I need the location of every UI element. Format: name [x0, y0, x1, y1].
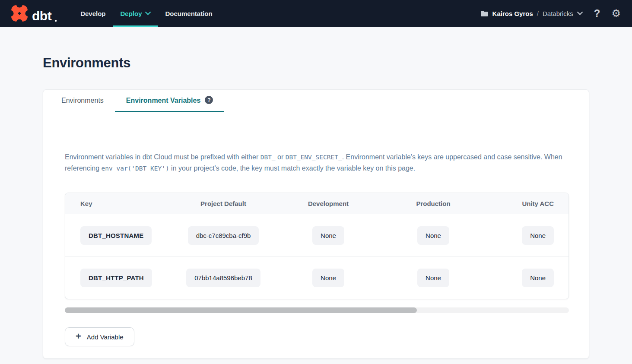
env-value-chip[interactable]: None — [312, 226, 344, 245]
table-row: DBT_HOSTNAME dbc-c7c89cba-cf9b None None… — [65, 214, 568, 256]
chevron-down-icon — [577, 12, 583, 15]
cell-development: None — [276, 269, 381, 287]
column-header-unity-acc: Unity ACC — [486, 200, 568, 207]
top-nav: dbt Develop Deploy Documentation Kairos … — [0, 0, 632, 27]
nav-item-documentation[interactable]: Documentation — [158, 0, 220, 27]
env-value-chip[interactable]: None — [522, 269, 554, 287]
nav-item-label: Documentation — [165, 10, 213, 17]
cell-unity-acc: None — [486, 269, 568, 287]
plus-icon: + — [76, 332, 81, 341]
code-token: env_var('DBT_KEY') — [102, 165, 169, 172]
horizontal-scrollbar[interactable] — [65, 307, 569, 313]
chevron-down-icon — [145, 12, 151, 15]
nav-item-label: Deploy — [121, 10, 142, 17]
add-variable-label: Add Variable — [87, 333, 124, 341]
page-title: Environments — [43, 55, 632, 71]
env-value-chip[interactable]: None — [417, 269, 449, 287]
tab-environment-variables[interactable]: Environment Variables ? — [115, 90, 225, 112]
nav-item-deploy[interactable]: Deploy — [113, 0, 158, 27]
cell-development: None — [276, 226, 381, 245]
env-key-chip[interactable]: DBT_HOSTNAME — [80, 226, 152, 245]
project-name: Databricks — [543, 10, 573, 17]
scrollbar-thumb[interactable] — [65, 307, 417, 313]
description-segment: in your project's code, the key must mat… — [169, 165, 416, 172]
table-row: DBT_HTTP_PATH 07bb14a8596beb78 None None… — [65, 256, 568, 299]
cell-key: DBT_HOSTNAME — [65, 226, 171, 245]
tab-bar: Environments Environment Variables ? — [43, 90, 589, 112]
account-name: Kairos Gyros — [492, 10, 533, 17]
column-header-production: Production — [381, 200, 486, 207]
env-var-table: Key Project Default Development Producti… — [65, 193, 569, 299]
gear-icon[interactable]: ⚙ — [611, 8, 621, 19]
description-segment: Environment variables in dbt Cloud must … — [65, 153, 260, 161]
help-icon[interactable]: ? — [594, 8, 600, 19]
cell-project-default: dbc-c7c89cba-cf9b — [171, 226, 276, 245]
nav-item-label: Develop — [80, 10, 105, 17]
project-switcher[interactable]: Kairos Gyros / Databricks — [480, 10, 583, 17]
column-header-development: Development — [276, 200, 381, 207]
dbt-logo-icon — [10, 4, 29, 22]
tab-content: Environment variables in dbt Cloud must … — [43, 152, 589, 346]
brand-text: dbt — [32, 9, 51, 22]
breadcrumb-separator: / — [537, 10, 539, 17]
code-token: DBT_ — [260, 154, 276, 161]
description-text: Environment variables in dbt Cloud must … — [65, 152, 568, 174]
tab-label: Environment Variables — [126, 97, 201, 104]
folder-icon — [480, 10, 489, 17]
env-key-chip[interactable]: DBT_HTTP_PATH — [80, 269, 152, 287]
column-header-project-default: Project Default — [171, 200, 276, 207]
tab-environments[interactable]: Environments — [50, 90, 115, 112]
tab-label: Environments — [61, 97, 104, 104]
cell-production: None — [381, 226, 486, 245]
brand-dot — [55, 20, 57, 22]
env-value-chip[interactable]: 07bb14a8596beb78 — [186, 269, 260, 287]
env-value-chip[interactable]: None — [522, 226, 554, 245]
env-value-chip[interactable]: None — [417, 226, 449, 245]
nav-right: Kairos Gyros / Databricks ? ⚙ — [480, 8, 621, 19]
code-token: DBT_ENV_SECRET_ — [286, 154, 342, 161]
table-header-row: Key Project Default Development Producti… — [65, 193, 568, 214]
main-nav: Develop Deploy Documentation — [73, 0, 220, 27]
cell-key: DBT_HTTP_PATH — [65, 269, 171, 287]
nav-item-develop[interactable]: Develop — [73, 0, 113, 27]
column-header-key: Key — [65, 200, 171, 207]
dbt-logo[interactable]: dbt — [10, 4, 57, 22]
environments-card: Environments Environment Variables ? Env… — [43, 89, 589, 359]
description-segment: or — [276, 153, 286, 161]
cell-production: None — [381, 269, 486, 287]
cell-project-default: 07bb14a8596beb78 — [171, 269, 276, 287]
env-value-chip[interactable]: None — [312, 269, 344, 287]
tab-help-icon[interactable]: ? — [205, 96, 213, 104]
env-value-chip[interactable]: dbc-c7c89cba-cf9b — [188, 226, 259, 245]
cell-unity-acc: None — [486, 226, 568, 245]
add-variable-button[interactable]: + Add Variable — [65, 327, 134, 346]
